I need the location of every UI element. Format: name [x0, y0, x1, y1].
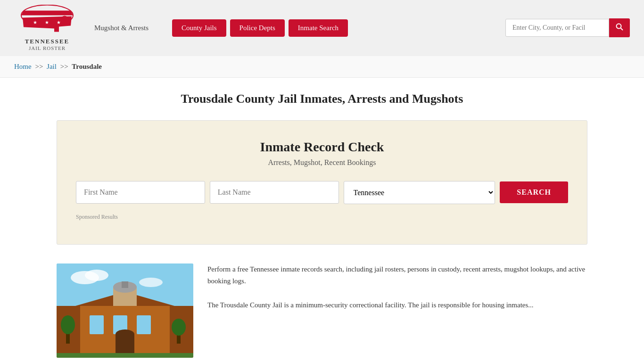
content-paragraph1: Perform a free Tennessee inmate records … [207, 263, 587, 288]
svg-point-24 [61, 315, 75, 334]
svg-point-22 [116, 329, 134, 339]
logo-svg: ★ ★ ★ ⚙ [19, 5, 75, 38]
header-search-button[interactable] [609, 18, 630, 37]
nav-label: Mugshot & Arrests [94, 24, 149, 32]
content-text: Perform a free Tennessee inmate records … [207, 263, 587, 312]
record-box-heading: Inmate Record Check [76, 140, 568, 155]
site-header: ★ ★ ★ ⚙ TENNESSEE JAIL ROSTER Mugshot & … [0, 0, 644, 56]
page-title: Trousdale County Jail Inmates, Arrests a… [9, 92, 635, 106]
svg-point-11 [85, 270, 108, 281]
record-box-subtitle: Arrests, Mugshot, Recent Bookings [76, 158, 568, 167]
breadcrumb: Home >> Jail >> Trousdale [14, 63, 630, 71]
police-depts-button[interactable]: Police Depts [230, 19, 285, 37]
logo-line2: JAIL ROSTER [25, 45, 70, 51]
record-search-form: Tennessee Alabama Alaska Arizona Arkansa… [76, 181, 568, 204]
breadcrumb-jail[interactable]: Jail [47, 63, 57, 70]
main-nav: County Jails Police Depts Inmate Search [172, 19, 348, 37]
header-search-area [505, 18, 630, 37]
county-jails-button[interactable]: County Jails [172, 19, 226, 37]
svg-rect-20 [137, 315, 151, 334]
search-icon [616, 23, 623, 31]
breadcrumb-home[interactable]: Home [14, 63, 32, 70]
svg-rect-17 [122, 281, 128, 288]
inmate-search-button[interactable]: Inmate Search [289, 19, 348, 37]
svg-point-12 [139, 278, 163, 287]
building-image [57, 263, 193, 358]
svg-rect-27 [57, 353, 193, 358]
state-select[interactable]: Tennessee Alabama Alaska Arizona Arkansa… [344, 181, 495, 204]
svg-text:★: ★ [57, 20, 61, 25]
inmate-record-box: Inmate Record Check Arrests, Mugshot, Re… [57, 120, 587, 245]
svg-text:★: ★ [45, 20, 49, 25]
svg-rect-18 [90, 315, 104, 334]
logo-line1: TENNESSEE [25, 38, 70, 45]
header-search-input[interactable] [505, 19, 609, 37]
content-paragraph2: The Trousdale County Jail is a minimum-s… [207, 299, 587, 312]
breadcrumb-sep2: >> [60, 63, 68, 70]
svg-line-8 [621, 28, 623, 31]
breadcrumb-current: Trousdale [72, 63, 102, 70]
breadcrumb-sep1: >> [35, 63, 43, 70]
sponsored-label: Sponsored Results [76, 214, 568, 221]
breadcrumb-bar: Home >> Jail >> Trousdale [0, 56, 644, 78]
page-title-area: Trousdale County Jail Inmates, Arrests a… [0, 78, 644, 115]
site-logo[interactable]: ★ ★ ★ ⚙ TENNESSEE JAIL ROSTER [14, 5, 80, 51]
svg-point-7 [617, 24, 621, 29]
building-svg [57, 263, 193, 358]
svg-text:⚙: ⚙ [63, 18, 66, 23]
first-name-input[interactable] [76, 181, 205, 204]
last-name-input[interactable] [210, 181, 339, 204]
svg-marker-0 [21, 11, 73, 16]
content-area: Perform a free Tennessee inmate records … [0, 259, 644, 362]
svg-point-26 [172, 319, 186, 336]
record-search-button[interactable]: SEARCH [500, 181, 568, 203]
svg-text:★: ★ [33, 20, 37, 25]
